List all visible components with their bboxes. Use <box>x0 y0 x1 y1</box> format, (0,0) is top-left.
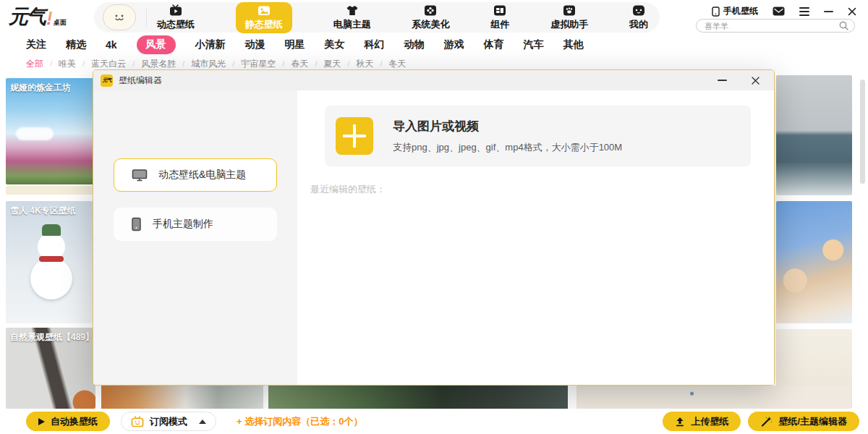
close-icon <box>848 7 856 16</box>
subcategory-item-8[interactable]: 秋天 <box>357 58 374 70</box>
wallpaper-thumbnail-winter-trees[interactable] <box>776 201 852 323</box>
nav-item-label: 电脑主题 <box>333 18 371 31</box>
nav-items: 动态壁纸 静态壁纸 电脑主题 <box>157 2 651 33</box>
subcategory-item-1[interactable]: 唯美 <box>59 58 76 70</box>
category-item-landscape-active[interactable]: 风景 <box>137 35 176 54</box>
nav-item-pc-theme[interactable]: 电脑主题 <box>333 2 371 33</box>
auto-change-wallpaper-button[interactable]: 自动换壁纸 <box>26 412 110 431</box>
category-item-10[interactable]: 游戏 <box>444 38 464 51</box>
sidebar-item-phone-theme[interactable]: 手机主题制作 <box>114 208 277 241</box>
flower-icon <box>423 4 438 17</box>
subcategory-item-5[interactable]: 宇宙星空 <box>241 58 276 70</box>
menu-button[interactable] <box>799 7 809 16</box>
play-icon <box>38 418 45 425</box>
subcategory-item-2[interactable]: 蓝天白云 <box>91 58 126 70</box>
search-icon[interactable] <box>839 21 848 30</box>
subscribe-mode-label: 订阅模式 <box>150 415 187 428</box>
wallpaper-theme-editor-button[interactable]: 壁纸/主题编辑器 <box>748 412 859 431</box>
subcategory-separator: / <box>82 59 85 68</box>
subcategory-item-3[interactable]: 风景名胜 <box>141 58 176 70</box>
import-media-dropzone[interactable]: 导入图片或视频 支持png、jpg、jpeg、gif、mp4格式，大小需小于10… <box>325 106 751 166</box>
subcategory-separator: / <box>132 59 135 68</box>
wallpaper-thumbnail-white-strip[interactable] <box>576 386 851 409</box>
subscribe-mode-dropdown[interactable]: 订阅模式 <box>121 412 216 431</box>
wallpaper-thumbnail-ocean[interactable] <box>776 75 852 195</box>
subcategory-separator: / <box>50 59 52 68</box>
logo-subtext: 桌面 <box>54 18 67 27</box>
select-subscription-link[interactable]: + 选择订阅内容（已选：0个） <box>237 415 362 428</box>
smartphone-icon <box>131 217 142 231</box>
category-item-0[interactable]: 关注 <box>26 38 46 51</box>
minimize-icon <box>824 11 833 12</box>
main-nav: 动态壁纸 静态壁纸 电脑主题 <box>94 2 660 33</box>
nav-item-label: 系统美化 <box>412 18 449 31</box>
chevron-up-icon <box>199 420 206 424</box>
nav-item-label: 动态壁纸 <box>157 18 195 31</box>
upload-wallpaper-button[interactable]: 上传壁纸 <box>663 412 741 431</box>
vertical-scrollbar[interactable] <box>860 80 865 184</box>
nav-item-label: 组件 <box>490 18 509 31</box>
category-item-8[interactable]: 科幻 <box>365 38 385 51</box>
app-logo: 元气 ! 桌面 <box>9 4 67 30</box>
logo-text: 元气 <box>9 4 45 30</box>
dialog-title: 壁纸编辑器 <box>119 75 162 87</box>
category-item-12[interactable]: 汽车 <box>524 38 544 51</box>
category-item-4[interactable]: 小清新 <box>195 38 226 51</box>
category-item-1[interactable]: 精选 <box>66 38 86 51</box>
wallpaper-thumbnail-forest-strip[interactable] <box>268 386 568 409</box>
wallpaper-thumbnail-alchemy[interactable]: 妮娅的炼金工坊 <box>6 78 95 184</box>
minimize-button[interactable] <box>824 11 833 12</box>
subcategory-item-7[interactable]: 夏天 <box>323 58 341 70</box>
dialog-minimize-button[interactable] <box>718 80 727 81</box>
category-item-11[interactable]: 体育 <box>484 38 504 51</box>
category-item-9[interactable]: 动物 <box>404 38 425 51</box>
search-box[interactable] <box>696 19 855 33</box>
nav-item-system-beautify[interactable]: 系统美化 <box>412 2 449 33</box>
upload-wallpaper-label: 上传壁纸 <box>691 415 728 428</box>
subcategory-bar: 全部 / 唯美 / 蓝天白云 / 风景名胜 / 城市风光 / 宇宙星空 / 春天… <box>0 56 868 71</box>
dialog-close-button[interactable] <box>752 77 760 85</box>
sidebar-item-label: 手机主题制作 <box>153 218 213 231</box>
search-input[interactable] <box>705 22 839 30</box>
close-icon <box>752 77 760 85</box>
dialog-titlebar[interactable]: 元气 壁纸编辑器 <box>93 70 774 90</box>
subcategory-item-4[interactable]: 城市风光 <box>191 58 226 70</box>
close-button[interactable] <box>848 7 856 16</box>
wallpaper-thumbnail-snowman[interactable]: 雪人 4K专区壁纸 <box>6 201 95 323</box>
category-item-13[interactable]: 其他 <box>563 38 584 51</box>
nav-item-widgets[interactable]: 组件 <box>490 2 509 33</box>
wallpaper-thumbnail-autumn-strip[interactable] <box>101 386 263 409</box>
sidebar-item-pc-wallpaper-theme[interactable]: 动态壁纸&电脑主题 <box>114 158 277 192</box>
monitor-icon <box>132 169 148 182</box>
phone-icon <box>712 7 720 17</box>
subcategory-separator: / <box>315 59 317 68</box>
editor-button-label: 壁纸/主题编辑器 <box>778 415 847 428</box>
subcategory-separator: / <box>347 59 349 68</box>
nav-item-mine[interactable]: 我的 <box>629 2 648 33</box>
shirt-icon <box>345 4 359 17</box>
nav-item-virtual-assistant[interactable]: 虚拟助手 <box>550 2 588 33</box>
category-item-6[interactable]: 明星 <box>285 38 305 51</box>
dialog-main: 导入图片或视频 支持png、jpg、jpeg、gif、mp4格式，大小需小于10… <box>297 90 774 385</box>
auto-change-label: 自动换壁纸 <box>51 415 98 428</box>
nav-item-dynamic-wallpaper[interactable]: 动态壁纸 <box>157 2 195 33</box>
wallpaper-thumbnail-nature[interactable]: 自然景观壁纸【489】 <box>6 328 95 409</box>
subcategory-item-all-active[interactable]: 全部 <box>26 58 43 70</box>
dialog-body: 动态壁纸&电脑主题 手机主题制作 导入图片或视频 支持png、jpg、jpeg、… <box>93 90 774 385</box>
category-item-2[interactable]: 4k <box>106 39 117 51</box>
nav-item-static-wallpaper[interactable]: 静态壁纸 <box>236 2 292 33</box>
messages-button[interactable] <box>773 7 785 16</box>
subcategory-item-6[interactable]: 春天 <box>291 58 308 70</box>
subcategory-separator: / <box>380 59 383 68</box>
wallpaper-thumbnail-partial[interactable] <box>6 186 95 195</box>
dialog-logo-icon: 元气 <box>101 75 113 87</box>
nav-item-label: 静态壁纸 <box>245 18 283 31</box>
sidebar-item-label: 动态壁纸&电脑主题 <box>158 169 246 182</box>
bottom-bar: 自动换壁纸 订阅模式 + 选择订阅内容（已选：0个） 上传壁纸 <box>0 409 868 434</box>
subcategory-item-9[interactable]: 冬天 <box>389 58 407 70</box>
phone-wallpaper-button[interactable]: 手机壁纸 <box>712 5 758 17</box>
category-item-5[interactable]: 动漫 <box>245 38 265 51</box>
category-item-7[interactable]: 美女 <box>325 38 345 51</box>
plus-icon[interactable] <box>336 117 373 155</box>
user-avatar[interactable] <box>103 4 136 30</box>
